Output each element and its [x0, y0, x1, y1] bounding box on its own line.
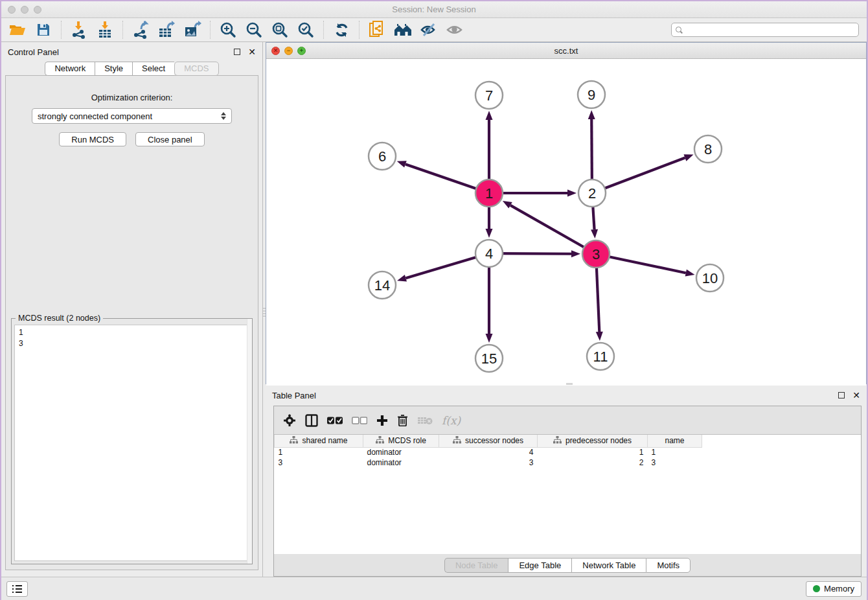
close-table-panel-icon[interactable]: ✕ [852, 392, 860, 398]
open-session-icon[interactable] [6, 20, 29, 40]
table-cell[interactable]: 1 [275, 447, 363, 457]
export-table-icon[interactable] [155, 20, 177, 40]
network-title: scc.txt [266, 46, 866, 56]
close-panel-button[interactable]: Close panel [135, 132, 205, 146]
edge-4-14[interactable] [397, 253, 489, 281]
column-header-predecessor-nodes[interactable]: predecessor nodes [538, 435, 648, 447]
run-mcds-button[interactable]: Run MCDS [59, 132, 126, 146]
zoom-in-icon[interactable] [217, 20, 239, 40]
node-11[interactable]: 11 [587, 343, 614, 370]
memory-button[interactable]: Memory [806, 581, 862, 597]
edge-1-6[interactable] [397, 161, 489, 193]
first-neighbors-icon[interactable] [392, 20, 414, 40]
zoom-fit-icon[interactable] [269, 20, 291, 40]
refresh-icon[interactable] [330, 20, 352, 40]
search-input[interactable] [686, 25, 854, 34]
tab-network[interactable]: Network [45, 62, 95, 76]
edge-2-8[interactable] [592, 154, 694, 193]
table-cell[interactable]: 4 [439, 447, 538, 457]
edge-3-10[interactable] [596, 254, 695, 277]
shared-column-icon [376, 436, 384, 446]
result-scrollbar[interactable] [247, 319, 252, 564]
tab-mcds[interactable]: MCDS [174, 62, 218, 76]
mcds-result-group: MCDS result (2 nodes) 1 3 [11, 318, 253, 564]
gear-icon[interactable] [283, 414, 296, 427]
node-4[interactable]: 4 [475, 240, 503, 267]
deselect-all-icon[interactable] [352, 416, 367, 425]
show-all-icon[interactable] [444, 20, 466, 40]
node-9[interactable]: 9 [578, 81, 605, 108]
column-header-name[interactable]: name [648, 435, 702, 447]
toolbar-separator [359, 21, 360, 39]
table-cell[interactable]: dominator [363, 447, 439, 457]
node-8[interactable]: 8 [694, 135, 722, 163]
export-image-icon[interactable] [181, 20, 203, 40]
node-2[interactable]: 2 [578, 179, 606, 207]
titlebar: Session: New Session [1, 1, 867, 18]
node-7[interactable]: 7 [475, 82, 503, 109]
zoom-selected-icon[interactable] [295, 20, 317, 40]
column-header-successor-nodes[interactable]: successor nodes [439, 435, 538, 447]
resize-grip[interactable] [566, 383, 573, 385]
tab-network-table[interactable]: Network Table [571, 558, 646, 573]
node-10[interactable]: 10 [696, 264, 724, 292]
delete-icon[interactable] [397, 414, 408, 426]
hide-selected-icon[interactable] [418, 20, 440, 40]
toolbar-separator [323, 21, 324, 39]
columns-icon[interactable] [305, 414, 318, 427]
network-close-icon[interactable]: ✕ [271, 47, 280, 55]
node-3[interactable]: 3 [582, 240, 610, 268]
optimization-criterion-label: Optimization criterion: [6, 93, 258, 102]
panel-splitter[interactable] [262, 42, 266, 577]
tab-style[interactable]: Style [95, 62, 132, 76]
node-1[interactable]: 1 [475, 179, 503, 207]
tab-motifs[interactable]: Motifs [646, 558, 691, 573]
column-header-shared-name[interactable]: shared name [275, 435, 363, 447]
import-table-icon[interactable] [94, 20, 116, 40]
svg-text:11: 11 [593, 349, 608, 365]
control-panel: Control Panel ✕ NetworkStyleSelectMCDS O… [1, 42, 262, 577]
svg-text:1: 1 [485, 185, 493, 202]
export-network-icon[interactable] [130, 20, 152, 40]
clone-network-icon[interactable] [366, 20, 388, 40]
search-icon [676, 27, 683, 34]
node-15[interactable]: 15 [475, 345, 503, 372]
svg-text:7: 7 [485, 87, 493, 104]
save-session-icon[interactable] [32, 20, 54, 40]
mcds-result-list[interactable]: 1 3 [14, 325, 249, 561]
table-row[interactable]: 1dominator411 [275, 447, 702, 457]
network-canvas[interactable]: 7968124314101511 [266, 59, 866, 386]
control-panel-title: Control Panel [8, 47, 234, 57]
network-titlebar[interactable]: ✕ − + scc.txt [266, 43, 866, 59]
tab-node-table[interactable]: Node Table [444, 558, 508, 573]
add-icon[interactable] [376, 415, 388, 426]
node-14[interactable]: 14 [369, 271, 396, 299]
table-row[interactable]: 3dominator323 [275, 457, 702, 468]
select-all-icon[interactable] [327, 416, 343, 425]
network-graph[interactable]: 7968124314101511 [266, 59, 868, 383]
network-minimize-icon[interactable]: − [284, 47, 293, 55]
table-cell[interactable]: 2 [538, 457, 648, 468]
search-field[interactable] [671, 23, 859, 37]
node-6[interactable]: 6 [369, 143, 396, 170]
zoom-out-icon[interactable] [243, 20, 265, 40]
table-cell[interactable]: 1 [538, 447, 648, 457]
table-cell[interactable]: 3 [439, 457, 538, 468]
criterion-select[interactable]: strongly connected component [32, 108, 232, 124]
table-cell[interactable]: 3 [275, 457, 363, 468]
tab-edge-table[interactable]: Edge Table [508, 558, 571, 573]
float-panel-icon[interactable] [234, 49, 240, 55]
table-cell[interactable]: 1 [648, 447, 702, 457]
edge-3-1[interactable] [503, 201, 596, 254]
float-table-panel-icon[interactable] [838, 392, 845, 398]
tab-select[interactable]: Select [132, 62, 174, 76]
import-network-icon[interactable] [68, 20, 90, 40]
table-cell[interactable]: dominator [363, 457, 439, 468]
network-maximize-icon[interactable]: + [297, 47, 306, 55]
svg-text:6: 6 [378, 148, 386, 165]
column-header-MCDS-role[interactable]: MCDS role [363, 435, 439, 447]
svg-text:8: 8 [704, 141, 712, 157]
task-history-button[interactable] [6, 581, 28, 597]
close-panel-icon[interactable]: ✕ [248, 49, 256, 55]
table-cell[interactable]: 3 [648, 457, 702, 468]
